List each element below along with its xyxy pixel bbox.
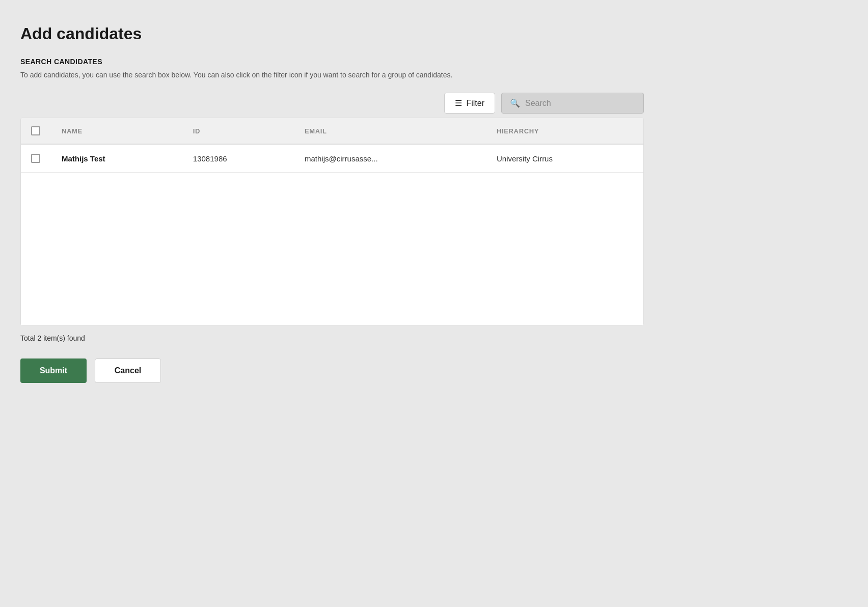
submit-button[interactable]: Submit [20, 358, 87, 383]
filter-button[interactable]: ☰ Filter [444, 93, 495, 114]
table-body: Mathijs Test 13081986 mathijs@cirrusasse… [21, 144, 643, 325]
row-hierarchy: University Cirrus [486, 144, 643, 173]
section-title: SEARCH CANDIDATES [20, 58, 644, 66]
row-id: 13081986 [183, 144, 294, 173]
header-email: EMAIL [294, 118, 486, 144]
section-description: To add candidates, you can use the searc… [20, 70, 644, 80]
candidate-name: Mathijs Test [62, 154, 105, 163]
toolbar: ☰ Filter 🔍 [20, 93, 644, 114]
candidates-table-container: NAME ID EMAIL HIERARCHY Mathijs Test [20, 118, 644, 326]
row-name: Mathijs Test [51, 144, 183, 173]
row-select-checkbox[interactable] [31, 154, 40, 163]
search-candidates-section: SEARCH CANDIDATES To add candidates, you… [20, 58, 644, 383]
row-checkbox-col [21, 144, 51, 173]
row-email: mathijs@cirrusasse... [294, 144, 486, 173]
empty-space-row [21, 173, 643, 325]
action-buttons: Submit Cancel [20, 358, 644, 383]
header-id: ID [183, 118, 294, 144]
search-box-container: 🔍 [501, 93, 644, 114]
candidates-table: NAME ID EMAIL HIERARCHY Mathijs Test [21, 118, 643, 325]
search-icon: 🔍 [510, 98, 520, 108]
filter-icon: ☰ [455, 98, 462, 108]
header-name: NAME [51, 118, 183, 144]
header-hierarchy: HIERARCHY [486, 118, 643, 144]
page-title: Add candidates [20, 24, 644, 43]
header-checkbox-col [21, 118, 51, 144]
select-all-checkbox[interactable] [31, 126, 40, 135]
search-input[interactable] [525, 99, 635, 108]
table-row: Mathijs Test 13081986 mathijs@cirrusasse… [21, 144, 643, 173]
table-header-row: NAME ID EMAIL HIERARCHY [21, 118, 643, 144]
table-header: NAME ID EMAIL HIERARCHY [21, 118, 643, 144]
total-items-text: Total 2 item(s) found [20, 334, 644, 342]
filter-button-label: Filter [466, 99, 484, 108]
cancel-button[interactable]: Cancel [95, 358, 161, 383]
